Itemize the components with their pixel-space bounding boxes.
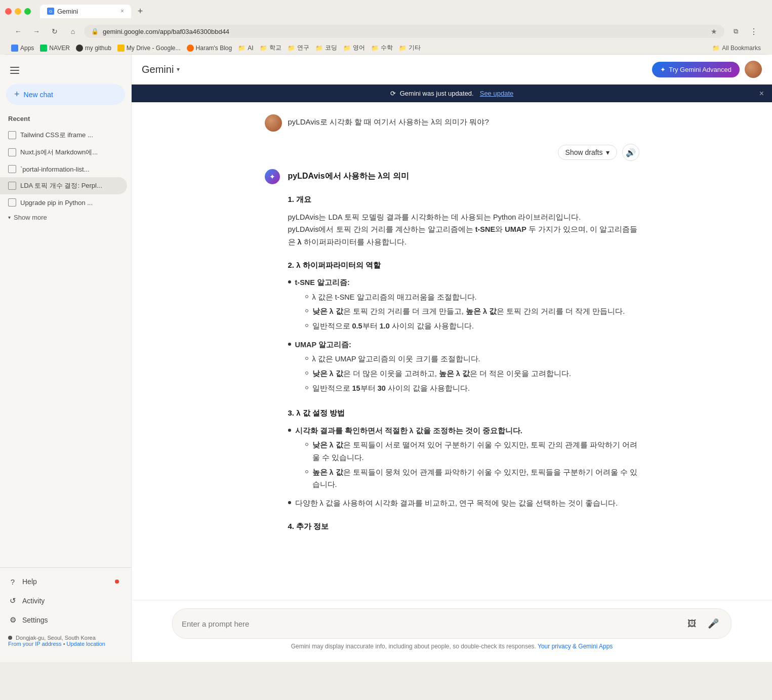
settings-label: Settings [22, 616, 48, 624]
disclaimer-text: Gemini may display inaccurate info, incl… [291, 643, 536, 650]
bullet-dot-icon [288, 501, 291, 504]
chat-item-text: Upgrade pip in Python ... [20, 199, 119, 207]
chat-item-text: `portal-information-list... [20, 166, 119, 173]
back-button[interactable]: ← [11, 24, 25, 38]
tab-title: Gemini [57, 8, 78, 15]
menu-button[interactable]: ⋮ [747, 24, 761, 38]
bookmarks-bar: Apps NAVER my github My Drive - Google..… [5, 42, 767, 55]
help-button[interactable]: ? Help [0, 572, 127, 591]
tab-close-button[interactable]: × [120, 8, 124, 15]
sub-item: 낮은 λ 값은 토픽들이 서로 떨어져 있어 구분하기 쉬울 수 있지만, 토픽… [295, 439, 639, 464]
image-upload-button[interactable]: 🖼 [683, 615, 701, 632]
mic-icon: 🎤 [708, 618, 719, 629]
bookmark-blog[interactable]: Haram's Blog [187, 45, 232, 52]
maximize-window-button[interactable] [24, 8, 31, 15]
location-info: Dongjak-gu, Seoul, South Korea From your… [0, 630, 131, 652]
url-bar[interactable]: 🔒 gemini.google.com/app/baf03a46300bbd44… [84, 25, 724, 38]
section-1-heading: 1. 개요 [288, 193, 639, 206]
microphone-button[interactable]: 🎤 [705, 615, 722, 632]
location-city: Dongjak-gu, Seoul, South Korea [16, 635, 96, 641]
sub-item: 낮은 λ 값은 더 많은 이웃을 고려하고, 높은 λ 값은 더 적은 이웃을 … [295, 367, 572, 380]
notification-banner: ⟳ Gemini was just updated. See update × [132, 85, 772, 102]
user-question: pyLDAvis로 시각화 할 때 여기서 사용하는 λ의 의미가 뭐야? [288, 114, 489, 127]
chat-item-text: Tailwind CSS로 iframe ... [20, 131, 119, 140]
chevron-down-icon: ▾ [8, 215, 11, 220]
chat-item-4[interactable]: Upgrade pip in Python ... [0, 194, 127, 211]
section-3-heading: 3. λ 값 설정 방법 [288, 406, 639, 420]
prompt-input[interactable] [182, 620, 678, 628]
input-area: 🖼 🎤 Gemini may display inaccurate info, … [132, 600, 772, 662]
title-dropdown-arrow[interactable]: ▾ [177, 66, 180, 73]
extensions-button[interactable]: ⧉ [728, 24, 743, 38]
bookmark-school[interactable]: 📁 학교 [260, 44, 281, 52]
bullet-item: UMAP 알고리즘: λ 값은 UMAP 알고리즘의 이웃 크기를 조절합니다. [288, 339, 639, 397]
settings-button[interactable]: ⚙ Settings [0, 610, 127, 630]
try-advanced-button[interactable]: ✦ Try Gemini Advanced [652, 62, 740, 77]
bookmark-github[interactable]: my github [76, 45, 111, 52]
show-drafts-button[interactable]: Show drafts ▾ [558, 145, 617, 160]
hamburger-menu[interactable] [8, 65, 21, 76]
input-box: 🖼 🎤 [172, 608, 732, 639]
response-title: pyLDAvis에서 사용하는 λ의 의미 [288, 169, 639, 183]
see-update-link[interactable]: See update [480, 90, 514, 97]
home-button[interactable]: ⌂ [66, 24, 80, 38]
input-actions: 🖼 🎤 [683, 615, 722, 632]
new-chat-label: New chat [24, 91, 53, 99]
chat-item-2[interactable]: `portal-information-list... [0, 161, 127, 177]
location-dot-icon [8, 636, 12, 640]
chat-item-1[interactable]: Nuxt.js에서 Markdown에... [0, 144, 127, 161]
show-drafts-label: Show drafts [565, 148, 603, 156]
minimize-window-button[interactable] [15, 8, 21, 15]
new-tab-button[interactable]: + [133, 4, 147, 18]
active-tab[interactable]: G Gemini × [40, 5, 131, 18]
section-2-bullets: t-SNE 알고리즘: λ 값은 t-SNE 알고리즘의 매끄러움을 조절합니다… [288, 276, 639, 396]
bookmark-naver[interactable]: NAVER [40, 45, 69, 52]
sub-circle-icon [305, 372, 308, 375]
help-icon: ? [8, 577, 17, 586]
activity-button[interactable]: ↺ Activity [0, 591, 127, 610]
sub-item: 낮은 λ 값은 토픽 간의 거리를 더 크게 만들고, 높은 λ 값은 토픽 간… [295, 305, 625, 318]
user-avatar-small [265, 114, 282, 132]
show-more-button[interactable]: ▾ Show more [0, 211, 131, 224]
notification-dot [115, 580, 119, 584]
sidebar: + New chat Recent Tailwind CSS로 iframe .… [0, 55, 132, 662]
sub-circle-icon [305, 443, 308, 446]
tab-favicon: G [47, 8, 54, 15]
chat-icon [8, 165, 16, 173]
user-avatar[interactable] [745, 61, 762, 78]
bookmark-english[interactable]: 📁 영어 [343, 44, 365, 52]
browser-titlebar: G Gemini × + [5, 4, 767, 18]
forward-button[interactable]: → [29, 24, 44, 38]
tab-bar: G Gemini × + [40, 4, 147, 18]
help-label: Help [22, 578, 37, 586]
notification-icon: ⟳ [390, 90, 396, 97]
chat-item-3-active[interactable]: LDA 토픽 개수 결정: Perpl... [0, 177, 127, 194]
bookmark-apps[interactable]: Apps [11, 45, 34, 52]
update-location-link[interactable]: Update location [67, 641, 105, 647]
sub-list: 낮은 λ 값은 토픽들이 서로 떨어져 있어 구분하기 쉬울 수 있지만, 토픽… [295, 439, 639, 491]
activity-icon: ↺ [8, 596, 17, 605]
new-chat-button[interactable]: + New chat [6, 84, 125, 105]
bookmark-research[interactable]: 📁 연구 [288, 44, 309, 52]
star-icon: ✦ [660, 66, 666, 73]
close-window-button[interactable] [5, 8, 12, 15]
refresh-button[interactable]: ↻ [48, 24, 62, 38]
bookmark-ai[interactable]: 📁 AI [238, 45, 253, 52]
ip-address-link[interactable]: From your IP address [8, 641, 62, 647]
bullet-item: 시각화 결과를 확인하면서 적절한 λ 값을 조정하는 것이 중요합니다. 낮은… [288, 425, 639, 493]
show-more-label: Show more [14, 214, 47, 221]
chat-icon [8, 198, 16, 207]
chat-item-text: Nuxt.js에서 Markdown에... [20, 148, 119, 157]
speaker-button[interactable]: 🔊 [622, 144, 639, 161]
bookmark-misc[interactable]: 📁 기타 [399, 44, 421, 52]
banner-close-button[interactable]: × [759, 89, 764, 98]
bookmark-drive[interactable]: My Drive - Google... [117, 45, 181, 52]
sidebar-footer: ? Help ↺ Activity ⚙ Settings Dongjak-gu,… [0, 567, 131, 656]
chat-item-0[interactable]: Tailwind CSS로 iframe ... [0, 127, 127, 144]
bullet-item: t-SNE 알고리즘: λ 값은 t-SNE 알고리즘의 매끄러움을 조절합니다… [288, 276, 639, 335]
all-bookmarks[interactable]: 📁 All Bookmarks [712, 45, 761, 52]
bookmark-math[interactable]: 📁 수학 [371, 44, 393, 52]
privacy-link[interactable]: Your privacy & Gemini Apps [538, 643, 613, 650]
url-text: gemini.google.com/app/baf03a46300bbd44 [103, 28, 707, 35]
bookmark-coding[interactable]: 📁 코딩 [315, 44, 337, 52]
